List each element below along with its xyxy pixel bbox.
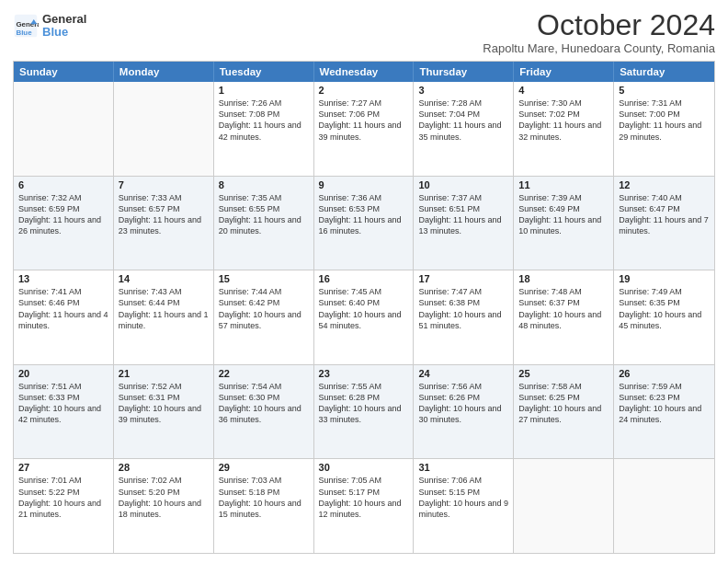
page: General Blue General Blue October 2024 R… bbox=[0, 0, 728, 563]
day-cell-9: 9Sunrise: 7:36 AMSunset: 6:53 PMDaylight… bbox=[314, 177, 415, 270]
day-number: 6 bbox=[18, 179, 108, 190]
day-cell-27: 27Sunrise: 7:01 AMSunset: 5:22 PMDayligh… bbox=[14, 459, 114, 553]
day-cell-2: 2Sunrise: 7:27 AMSunset: 7:06 PMDaylight… bbox=[314, 82, 415, 176]
day-info: Sunrise: 7:51 AMSunset: 6:33 PMDaylight:… bbox=[18, 381, 108, 426]
day-cell-31: 31Sunrise: 7:06 AMSunset: 5:15 PMDayligh… bbox=[414, 459, 514, 553]
day-cell-3: 3Sunrise: 7:28 AMSunset: 7:04 PMDaylight… bbox=[414, 82, 514, 176]
day-number: 23 bbox=[319, 368, 409, 379]
day-cell-22: 22Sunrise: 7:54 AMSunset: 6:30 PMDayligh… bbox=[214, 365, 314, 459]
day-info: Sunrise: 7:35 AMSunset: 6:55 PMDaylight:… bbox=[219, 192, 309, 237]
day-info: Sunrise: 7:30 AMSunset: 7:02 PMDaylight:… bbox=[518, 98, 609, 143]
day-number: 20 bbox=[18, 368, 108, 379]
week-row-1: 1Sunrise: 7:26 AMSunset: 7:08 PMDaylight… bbox=[14, 82, 714, 176]
day-number: 15 bbox=[219, 273, 309, 284]
day-number: 27 bbox=[18, 462, 108, 473]
day-info: Sunrise: 7:01 AMSunset: 5:22 PMDaylight:… bbox=[18, 475, 108, 520]
svg-text:General: General bbox=[17, 20, 40, 29]
day-info: Sunrise: 7:33 AMSunset: 6:57 PMDaylight:… bbox=[119, 192, 209, 237]
day-number: 14 bbox=[119, 273, 209, 284]
header-day-thursday: Thursday bbox=[414, 62, 514, 82]
day-info: Sunrise: 7:37 AMSunset: 6:51 PMDaylight:… bbox=[418, 192, 508, 237]
day-number: 10 bbox=[418, 179, 508, 190]
day-info: Sunrise: 7:55 AMSunset: 6:28 PMDaylight:… bbox=[319, 381, 409, 426]
day-number: 26 bbox=[619, 368, 710, 379]
day-info: Sunrise: 7:44 AMSunset: 6:42 PMDaylight:… bbox=[219, 286, 309, 331]
day-number: 11 bbox=[518, 179, 609, 190]
day-number: 2 bbox=[319, 85, 409, 96]
logo-line1: General bbox=[42, 13, 86, 26]
header-day-wednesday: Wednesday bbox=[314, 62, 415, 82]
day-info: Sunrise: 7:26 AMSunset: 7:08 PMDaylight:… bbox=[219, 98, 309, 143]
day-number: 7 bbox=[119, 179, 209, 190]
day-cell-4: 4Sunrise: 7:30 AMSunset: 7:02 PMDaylight… bbox=[514, 82, 614, 176]
day-number: 29 bbox=[219, 462, 309, 473]
calendar: SundayMondayTuesdayWednesdayThursdayFrid… bbox=[13, 61, 715, 554]
day-info: Sunrise: 7:03 AMSunset: 5:18 PMDaylight:… bbox=[219, 475, 309, 520]
day-number: 21 bbox=[119, 368, 209, 379]
day-info: Sunrise: 7:41 AMSunset: 6:46 PMDaylight:… bbox=[18, 286, 108, 331]
day-number: 22 bbox=[219, 368, 309, 379]
day-number: 1 bbox=[219, 85, 309, 96]
day-cell-29: 29Sunrise: 7:03 AMSunset: 5:18 PMDayligh… bbox=[214, 459, 314, 553]
day-info: Sunrise: 7:02 AMSunset: 5:20 PMDaylight:… bbox=[119, 475, 209, 520]
day-info: Sunrise: 7:56 AMSunset: 6:26 PMDaylight:… bbox=[418, 381, 508, 426]
day-cell-16: 16Sunrise: 7:45 AMSunset: 6:40 PMDayligh… bbox=[314, 270, 415, 364]
header-day-tuesday: Tuesday bbox=[214, 62, 314, 82]
day-cell-8: 8Sunrise: 7:35 AMSunset: 6:55 PMDaylight… bbox=[214, 177, 314, 270]
day-info: Sunrise: 7:58 AMSunset: 6:25 PMDaylight:… bbox=[518, 381, 609, 426]
logo-text: General Blue bbox=[42, 13, 86, 40]
day-cell-11: 11Sunrise: 7:39 AMSunset: 6:49 PMDayligh… bbox=[514, 177, 614, 270]
logo-icon: General Blue bbox=[13, 13, 39, 39]
day-number: 3 bbox=[418, 85, 508, 96]
page-title: October 2024 bbox=[483, 9, 715, 41]
day-cell-13: 13Sunrise: 7:41 AMSunset: 6:46 PMDayligh… bbox=[14, 270, 114, 364]
week-row-4: 20Sunrise: 7:51 AMSunset: 6:33 PMDayligh… bbox=[14, 364, 714, 459]
day-number: 31 bbox=[418, 462, 508, 473]
day-cell-23: 23Sunrise: 7:55 AMSunset: 6:28 PMDayligh… bbox=[314, 365, 415, 459]
empty-cell bbox=[514, 459, 614, 553]
day-info: Sunrise: 7:27 AMSunset: 7:06 PMDaylight:… bbox=[319, 98, 409, 143]
week-row-2: 6Sunrise: 7:32 AMSunset: 6:59 PMDaylight… bbox=[14, 176, 714, 270]
day-info: Sunrise: 7:36 AMSunset: 6:53 PMDaylight:… bbox=[319, 192, 409, 237]
day-number: 19 bbox=[619, 273, 710, 284]
empty-cell bbox=[114, 82, 214, 176]
day-info: Sunrise: 7:40 AMSunset: 6:47 PMDaylight:… bbox=[619, 192, 710, 237]
day-number: 25 bbox=[518, 368, 609, 379]
day-info: Sunrise: 7:32 AMSunset: 6:59 PMDaylight:… bbox=[18, 192, 108, 237]
day-number: 8 bbox=[219, 179, 309, 190]
title-block: October 2024 Rapoltu Mare, Hunedoara Cou… bbox=[483, 9, 715, 55]
day-number: 18 bbox=[518, 273, 609, 284]
day-info: Sunrise: 7:54 AMSunset: 6:30 PMDaylight:… bbox=[219, 381, 309, 426]
day-cell-26: 26Sunrise: 7:59 AMSunset: 6:23 PMDayligh… bbox=[614, 365, 714, 459]
day-cell-24: 24Sunrise: 7:56 AMSunset: 6:26 PMDayligh… bbox=[414, 365, 514, 459]
day-cell-15: 15Sunrise: 7:44 AMSunset: 6:42 PMDayligh… bbox=[214, 270, 314, 364]
header-day-friday: Friday bbox=[514, 62, 614, 82]
day-info: Sunrise: 7:28 AMSunset: 7:04 PMDaylight:… bbox=[418, 98, 508, 143]
day-number: 12 bbox=[619, 179, 710, 190]
day-info: Sunrise: 7:05 AMSunset: 5:17 PMDaylight:… bbox=[319, 475, 409, 520]
day-number: 4 bbox=[518, 85, 609, 96]
day-cell-10: 10Sunrise: 7:37 AMSunset: 6:51 PMDayligh… bbox=[414, 177, 514, 270]
day-cell-1: 1Sunrise: 7:26 AMSunset: 7:08 PMDaylight… bbox=[214, 82, 314, 176]
logo: General Blue General Blue bbox=[13, 13, 86, 40]
day-number: 13 bbox=[18, 273, 108, 284]
day-cell-28: 28Sunrise: 7:02 AMSunset: 5:20 PMDayligh… bbox=[114, 459, 214, 553]
svg-text:Blue: Blue bbox=[17, 29, 33, 37]
day-cell-19: 19Sunrise: 7:49 AMSunset: 6:35 PMDayligh… bbox=[614, 270, 714, 364]
day-info: Sunrise: 7:48 AMSunset: 6:37 PMDaylight:… bbox=[518, 286, 609, 331]
day-cell-12: 12Sunrise: 7:40 AMSunset: 6:47 PMDayligh… bbox=[614, 177, 714, 270]
header-day-sunday: Sunday bbox=[14, 62, 114, 82]
day-cell-18: 18Sunrise: 7:48 AMSunset: 6:37 PMDayligh… bbox=[514, 270, 614, 364]
day-number: 28 bbox=[119, 462, 209, 473]
day-cell-25: 25Sunrise: 7:58 AMSunset: 6:25 PMDayligh… bbox=[514, 365, 614, 459]
day-info: Sunrise: 7:49 AMSunset: 6:35 PMDaylight:… bbox=[619, 286, 710, 331]
empty-cell bbox=[614, 459, 714, 553]
day-info: Sunrise: 7:45 AMSunset: 6:40 PMDaylight:… bbox=[319, 286, 409, 331]
calendar-body: 1Sunrise: 7:26 AMSunset: 7:08 PMDaylight… bbox=[14, 82, 714, 553]
header: General Blue General Blue October 2024 R… bbox=[13, 9, 715, 55]
day-cell-5: 5Sunrise: 7:31 AMSunset: 7:00 PMDaylight… bbox=[614, 82, 714, 176]
day-cell-30: 30Sunrise: 7:05 AMSunset: 5:17 PMDayligh… bbox=[314, 459, 415, 553]
location-subtitle: Rapoltu Mare, Hunedoara County, Romania bbox=[483, 41, 715, 55]
header-day-monday: Monday bbox=[114, 62, 214, 82]
week-row-3: 13Sunrise: 7:41 AMSunset: 6:46 PMDayligh… bbox=[14, 270, 714, 364]
